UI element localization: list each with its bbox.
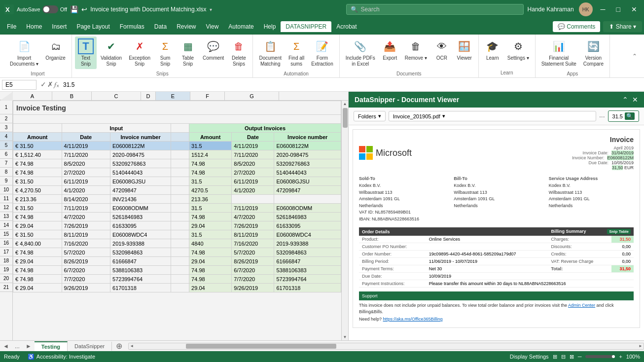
table-row[interactable]: € 74.98 5/7/2020 5320984863 74.98 5/7/20…	[13, 248, 341, 257]
autosave-pill[interactable]	[42, 5, 58, 13]
cell-8g[interactable]: 5140444043	[274, 168, 341, 177]
cell-18b[interactable]: 8/26/2019	[62, 257, 110, 266]
cell-21e[interactable]: 29.04	[189, 284, 232, 292]
cell-19a[interactable]: € 74.98	[13, 266, 62, 275]
menu-view[interactable]: View	[201, 21, 224, 32]
cell-10f[interactable]: 4/1/2020	[232, 186, 274, 195]
cell-19g[interactable]: 5388106383	[274, 266, 341, 275]
col-header-g[interactable]: G	[225, 92, 279, 100]
normal-view-icon[interactable]: ⊞	[553, 354, 557, 360]
form-extraction-button[interactable]: 📝 FormExtraction	[308, 36, 336, 69]
cell-8f[interactable]: 2/7/2020	[232, 168, 274, 177]
financial-statement-button[interactable]: 📊 FinancialStatement Suite	[538, 36, 579, 69]
cell-17g[interactable]: 5320984863	[274, 248, 341, 257]
cell-17e[interactable]: 74.98	[189, 248, 232, 257]
cell-12g[interactable]: E06008ODMM	[274, 204, 341, 213]
h-scroll-thumb[interactable]	[186, 344, 336, 349]
delete-snips-button[interactable]: 🗑 DeleteSnips	[228, 36, 250, 69]
menu-help[interactable]: Help	[259, 21, 281, 32]
cell-10b[interactable]: 4/1/2020	[62, 186, 110, 195]
cell-16c[interactable]: 2019-939388	[110, 239, 171, 248]
cell-18c[interactable]: 61666847	[110, 257, 171, 266]
cell-8e[interactable]: 74.98	[189, 168, 232, 177]
table-row[interactable]: € 74.98 2/7/2020 5140444043 74.98 2/7/20…	[13, 168, 341, 177]
close-button[interactable]: ✕	[628, 4, 640, 14]
cell-14f[interactable]: 7/26/2019	[232, 221, 274, 230]
cell-17c[interactable]: 5320984863	[110, 248, 171, 257]
page-layout-icon[interactable]: ⊟	[561, 354, 566, 360]
table-row[interactable]: Amount Date Invoice number Amount Date I…	[13, 133, 341, 142]
table-row[interactable]: € 29.04 9/26/2019 61701318 29.04 9/26/20…	[13, 284, 341, 292]
cell-16a[interactable]: € 4,840.00	[13, 239, 62, 248]
cell-20a[interactable]: € 74.98	[13, 275, 62, 284]
cell-20f[interactable]: 7/7/2020	[232, 275, 274, 284]
cell-6b[interactable]: 7/11/2020	[62, 150, 110, 159]
menu-automate[interactable]: Automate	[223, 21, 258, 32]
cell-13g[interactable]: 5261846983	[274, 213, 341, 221]
find-all-sums-button[interactable]: Σ Find allsums	[286, 36, 307, 69]
cell-21c[interactable]: 61701318	[110, 284, 171, 292]
table-row[interactable]: € 31.50 8/11/2019 E06008WDC4 31.5 8/11/2…	[13, 230, 341, 239]
cell-21b[interactable]: 9/26/2019	[62, 284, 110, 292]
cell-8b[interactable]: 2/7/2020	[62, 168, 110, 177]
comments-button[interactable]: 💬 Comments	[553, 21, 600, 32]
table-row[interactable]: € 74.98 4/7/2020 5261846983 74.98 4/7/20…	[13, 213, 341, 221]
cell-6f[interactable]: 7/11/2020	[232, 150, 274, 159]
cell-16e[interactable]: 4840	[189, 239, 232, 248]
cell-21a[interactable]: € 29.04	[13, 284, 62, 292]
cell-6c[interactable]: 2020-098475	[110, 150, 171, 159]
cell-15c[interactable]: E06008WDC4	[110, 230, 171, 239]
cell-9e[interactable]: 31.5	[189, 177, 232, 186]
document-matching-button[interactable]: 📋 DocumentMatching	[256, 36, 285, 69]
import-documents-button[interactable]: 📄 ImportDocuments ▾	[7, 36, 41, 69]
cell-9c[interactable]: E06008GJSU	[110, 177, 171, 186]
table-row[interactable]: Input Output Invoices	[13, 124, 341, 133]
help-link[interactable]: https://aka.ms/Office365Billing	[383, 317, 443, 322]
table-row[interactable]: € 31.50 7/11/2019 E06008ODMM 31.5 7/11/2…	[13, 204, 341, 213]
col-header-c[interactable]: C	[92, 92, 141, 100]
cell-20b[interactable]: 7/7/2020	[62, 275, 110, 284]
cell-5f[interactable]: 4/11/2019	[232, 142, 274, 150]
table-row[interactable]: Invoice Testing	[13, 101, 341, 115]
cell-10a[interactable]: € 4,270.50	[13, 186, 62, 195]
table-row[interactable]: € 4,270.50 4/1/2020 47209847 4270.5 4/1/…	[13, 186, 341, 195]
col-header-b[interactable]: B	[52, 92, 92, 100]
organize-button[interactable]: 🗂 Organize	[42, 36, 69, 63]
cell-6g[interactable]: 2020-098475	[274, 150, 341, 159]
zoom-slider-thumb[interactable]	[612, 355, 615, 358]
table-row[interactable]: € 74.98 6/7/2020 5388106383 74.98 6/7/20…	[13, 266, 341, 275]
cell-8c[interactable]: 5140444043	[110, 168, 171, 177]
cell-14a[interactable]: € 29.04	[13, 221, 62, 230]
cell-5g[interactable]: E06008122M	[274, 142, 341, 150]
col-header-f[interactable]: F	[190, 92, 225, 100]
table-row[interactable]: € 31.50 4/11/2019 E06008122M 31.5 4/11/2…	[13, 142, 341, 150]
include-pdfs-button[interactable]: 📎 Include PDFsin Excel	[343, 36, 378, 69]
cell-20c[interactable]: 5723994764	[110, 275, 171, 284]
menu-insert[interactable]: Insert	[47, 21, 72, 32]
cell-7f[interactable]: 8/5/2020	[232, 159, 274, 168]
cell-21g[interactable]: 61701318	[274, 284, 341, 292]
menu-data[interactable]: Data	[149, 21, 172, 32]
cell-16b[interactable]: 7/16/2020	[62, 239, 110, 248]
cell-7a[interactable]: € 74.98	[13, 159, 62, 168]
minimize-button[interactable]: ─	[598, 4, 608, 14]
formula-input[interactable]	[61, 80, 642, 89]
col-header-d[interactable]: D	[141, 92, 156, 100]
page-break-icon[interactable]: ⊠	[570, 354, 574, 360]
sheet-nav-right[interactable]: ►	[23, 342, 35, 351]
cell-19e[interactable]: 74.98	[189, 266, 232, 275]
cell-reference-box[interactable]: E5	[2, 80, 36, 90]
cell-15g[interactable]: E06008WDC4	[274, 230, 341, 239]
cell-18f[interactable]: 8/26/2019	[232, 257, 274, 266]
cell-11b[interactable]: 8/14/2020	[62, 195, 110, 204]
cell-7g[interactable]: 53209276863	[274, 159, 341, 168]
cell-18g[interactable]: 61666847	[274, 257, 341, 266]
table-row[interactable]	[13, 115, 341, 124]
cell-12a[interactable]: € 31.50	[13, 204, 62, 213]
cell-13e[interactable]: 74.98	[189, 213, 232, 221]
remove-button[interactable]: 🗑 Remove ▾	[402, 36, 430, 63]
zoom-in-icon[interactable]: +	[619, 354, 622, 360]
cell-15e[interactable]: 31.5	[189, 230, 232, 239]
cell-16f[interactable]: 7/16/2020	[232, 239, 274, 248]
cell-9a[interactable]: € 31.50	[13, 177, 62, 186]
